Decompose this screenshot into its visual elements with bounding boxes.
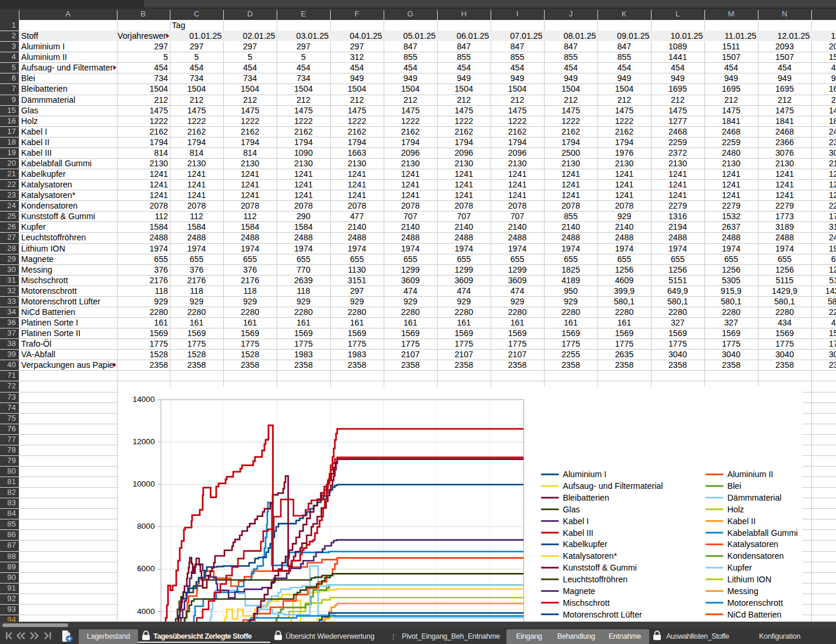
- svg-text:10000: 10000: [133, 479, 155, 488]
- svg-text:8000: 8000: [137, 522, 155, 531]
- svg-text:Kabel I: Kabel I: [563, 516, 589, 526]
- svg-text:Lithium ION: Lithium ION: [727, 575, 771, 584]
- svg-text:Motorenschrott Lüfter: Motorenschrott Lüfter: [563, 610, 642, 619]
- svg-text:12000: 12000: [133, 437, 155, 446]
- svg-text:14000: 14000: [133, 395, 155, 404]
- svg-text:Kabelkupfer: Kabelkupfer: [563, 539, 607, 549]
- svg-text:Kabelabfall Gummi: Kabelabfall Gummi: [727, 528, 798, 538]
- svg-text:Bleibatterien: Bleibatterien: [563, 493, 609, 502]
- svg-text:4000: 4000: [137, 607, 155, 616]
- svg-text:Motorenschrott: Motorenschrott: [727, 598, 783, 608]
- svg-text:Holz: Holz: [727, 505, 744, 514]
- svg-text:Katalysatoren*: Katalysatoren*: [563, 551, 617, 561]
- svg-text:Katalysatoren: Katalysatoren: [727, 539, 778, 549]
- svg-text:Dämmmaterial: Dämmmaterial: [727, 493, 781, 502]
- svg-text:Glas: Glas: [563, 505, 580, 514]
- svg-text:Kunststoff & Gummi: Kunststoff & Gummi: [563, 563, 637, 572]
- svg-text:Aluminium I: Aluminium I: [563, 469, 606, 479]
- svg-text:NiCd Batterien: NiCd Batterien: [727, 610, 781, 619]
- svg-text:Aluminium II: Aluminium II: [727, 469, 773, 479]
- svg-text:Leuchtstoffröhren: Leuchtstoffröhren: [563, 575, 627, 584]
- svg-text:Aufsaug- und Filtermaterial: Aufsaug- und Filtermaterial: [563, 481, 663, 491]
- svg-text:Kabel III: Kabel III: [563, 528, 593, 538]
- svg-text:Messing: Messing: [727, 586, 758, 596]
- svg-text:Kondensatoren: Kondensatoren: [727, 551, 784, 561]
- svg-text:6000: 6000: [137, 564, 155, 573]
- svg-text:Kupfer: Kupfer: [727, 563, 752, 572]
- svg-text:Mischschrott: Mischschrott: [563, 598, 610, 608]
- svg-text:Magnete: Magnete: [563, 586, 595, 596]
- svg-text:Kabel II: Kabel II: [727, 516, 756, 526]
- svg-text:Blei: Blei: [727, 481, 741, 491]
